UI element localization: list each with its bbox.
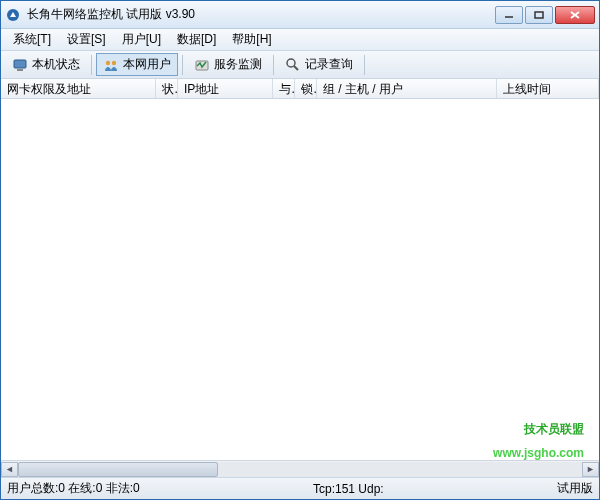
svg-point-10 — [287, 59, 295, 67]
computer-icon — [12, 57, 28, 73]
column-nic-permission[interactable]: 网卡权限及地址 — [1, 79, 156, 98]
minimize-button[interactable] — [495, 6, 523, 24]
column-with[interactable]: 与 — [273, 79, 295, 98]
separator — [273, 55, 274, 75]
column-group-host-user[interactable]: 组 / 主机 / 用户 — [317, 79, 497, 98]
monitor-icon — [194, 57, 210, 73]
tab-net-users[interactable]: 本网用户 — [96, 53, 178, 76]
close-button[interactable] — [555, 6, 595, 24]
app-window: 长角牛网络监控机 试用版 v3.90 系统[T] 设置[S] 用户[U] 数据[… — [0, 0, 600, 500]
menu-settings[interactable]: 设置[S] — [59, 29, 114, 50]
svg-point-8 — [112, 60, 116, 64]
svg-rect-2 — [535, 12, 543, 18]
menu-help[interactable]: 帮助[H] — [224, 29, 279, 50]
column-online-time[interactable]: 上线时间 — [497, 79, 599, 98]
scroll-right-arrow[interactable]: ► — [582, 462, 599, 477]
column-status[interactable]: 状 — [156, 79, 178, 98]
tab-label: 服务监测 — [214, 56, 262, 73]
separator — [364, 55, 365, 75]
titlebar[interactable]: 长角牛网络监控机 试用版 v3.90 — [1, 1, 599, 29]
menu-user[interactable]: 用户[U] — [114, 29, 169, 50]
column-lock[interactable]: 锁 — [295, 79, 317, 98]
svg-point-7 — [106, 60, 110, 64]
tab-label: 记录查询 — [305, 56, 353, 73]
window-controls — [495, 6, 595, 24]
scroll-thumb[interactable] — [18, 462, 218, 477]
menubar: 系统[T] 设置[S] 用户[U] 数据[D] 帮助[H] — [1, 29, 599, 51]
horizontal-scrollbar[interactable]: ◄ ► — [1, 460, 599, 477]
status-tcp-udp: Tcp:151 Udp: — [313, 482, 384, 496]
search-icon — [285, 57, 301, 73]
tab-label: 本网用户 — [123, 56, 171, 73]
app-icon — [5, 7, 21, 23]
menu-system[interactable]: 系统[T] — [5, 29, 59, 50]
toolbar: 本机状态 本网用户 服务监测 记录查询 — [1, 51, 599, 79]
separator — [91, 55, 92, 75]
list-body[interactable] — [1, 99, 599, 460]
tab-log-query[interactable]: 记录查询 — [278, 53, 360, 76]
separator — [182, 55, 183, 75]
tab-local-status[interactable]: 本机状态 — [5, 53, 87, 76]
column-ip[interactable]: IP地址 — [178, 79, 273, 98]
tab-service-monitor[interactable]: 服务监测 — [187, 53, 269, 76]
menu-data[interactable]: 数据[D] — [169, 29, 224, 50]
list-header: 网卡权限及地址 状 IP地址 与 锁 组 / 主机 / 用户 上线时间 — [1, 79, 599, 99]
svg-line-11 — [294, 66, 298, 70]
statusbar: 用户总数:0 在线:0 非法:0 Tcp:151 Udp: 试用版 — [1, 477, 599, 499]
tab-label: 本机状态 — [32, 56, 80, 73]
window-title: 长角牛网络监控机 试用版 v3.90 — [27, 6, 495, 23]
status-trial: 试用版 — [557, 480, 593, 497]
svg-rect-6 — [17, 69, 23, 71]
svg-rect-5 — [14, 60, 26, 68]
scroll-left-arrow[interactable]: ◄ — [1, 462, 18, 477]
scroll-track[interactable] — [18, 462, 582, 477]
maximize-button[interactable] — [525, 6, 553, 24]
status-user-counts: 用户总数:0 在线:0 非法:0 — [7, 480, 140, 497]
users-icon — [103, 57, 119, 73]
